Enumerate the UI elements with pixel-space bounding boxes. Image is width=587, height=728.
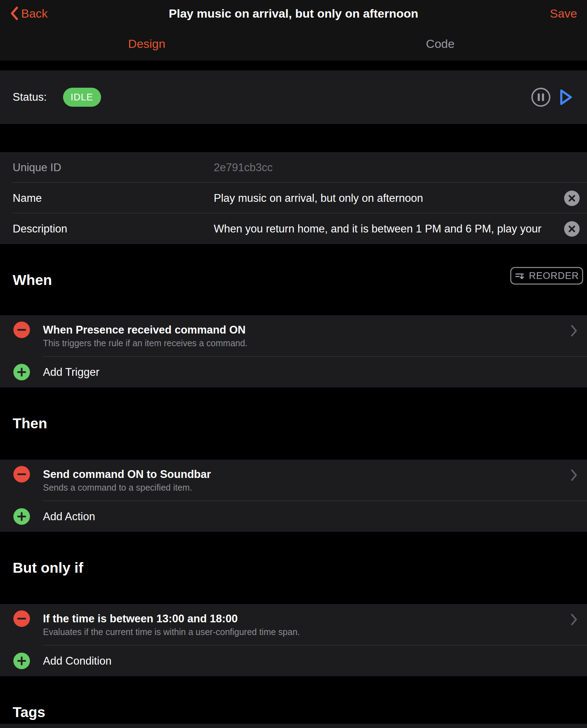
name-label: Name bbox=[13, 192, 42, 205]
but-only-if-heading: But only if bbox=[13, 559, 83, 576]
condition-subtitle: Evaluates if the current time is within … bbox=[43, 626, 300, 638]
tab-design[interactable]: Design bbox=[0, 27, 294, 61]
minus-icon bbox=[17, 329, 26, 331]
rule-editor-screen: Back Play music on arrival, but only on … bbox=[0, 0, 587, 728]
remove-action-button[interactable] bbox=[13, 466, 30, 483]
navbar: Back Play music on arrival, but only on … bbox=[0, 0, 587, 27]
condition-title: If the time is between 13:00 and 18:00 bbox=[43, 612, 238, 626]
tab-bar: Design Code bbox=[0, 27, 587, 61]
status-label: Status: bbox=[13, 91, 47, 104]
then-heading: Then bbox=[13, 415, 47, 432]
play-icon bbox=[557, 87, 574, 107]
unique-id-value: 2e791cb3cc bbox=[214, 152, 587, 183]
x-circle-icon bbox=[568, 194, 576, 202]
tags-section-header: Tags bbox=[0, 676, 587, 724]
chevron-right-icon bbox=[570, 468, 578, 484]
status-card: Status: IDLE bbox=[0, 70, 587, 124]
reorder-label: REORDER bbox=[529, 270, 579, 281]
add-action-label: Add Action bbox=[43, 510, 95, 523]
header: Back Play music on arrival, but only on … bbox=[0, 0, 587, 61]
pause-icon bbox=[531, 87, 551, 107]
reorder-icon bbox=[514, 270, 525, 281]
action-row[interactable]: Send command ON to Soundbar Sends a comm… bbox=[0, 460, 587, 501]
add-trigger-row[interactable]: Add Trigger bbox=[0, 357, 587, 387]
remove-trigger-button[interactable] bbox=[13, 322, 30, 338]
minus-icon bbox=[17, 618, 26, 620]
remove-condition-button[interactable] bbox=[13, 610, 30, 627]
clear-description-button[interactable] bbox=[564, 221, 580, 237]
minus-icon bbox=[17, 473, 26, 475]
trigger-subtitle: This triggers the rule if an item receiv… bbox=[43, 337, 248, 349]
plus-icon bbox=[13, 653, 30, 669]
name-row: Name Play music on arrival, but only on … bbox=[0, 183, 587, 213]
page-title: Play music on arrival, but only on after… bbox=[0, 7, 587, 20]
description-input[interactable]: When you return home, and it is between … bbox=[214, 213, 587, 244]
x-circle-icon bbox=[568, 225, 576, 233]
action-card: Send command ON to Soundbar Sends a comm… bbox=[0, 460, 587, 532]
condition-section-header: But only if bbox=[0, 532, 587, 604]
save-button[interactable]: Save bbox=[550, 7, 577, 20]
action-title: Send command ON to Soundbar bbox=[43, 467, 211, 481]
plus-icon bbox=[13, 508, 30, 525]
tags-heading: Tags bbox=[13, 704, 45, 721]
name-input[interactable]: Play music on arrival, but only on after… bbox=[214, 183, 587, 213]
run-button[interactable] bbox=[557, 87, 574, 107]
back-button[interactable]: Back bbox=[10, 6, 48, 20]
when-heading: When bbox=[13, 272, 52, 288]
add-condition-label: Add Condition bbox=[43, 655, 112, 667]
back-label: Back bbox=[21, 7, 48, 20]
trigger-title: When Presence received command ON bbox=[43, 323, 245, 337]
when-section-header: When REORDER bbox=[0, 244, 587, 315]
chevron-left-icon bbox=[10, 6, 19, 20]
add-condition-row[interactable]: Add Condition bbox=[0, 646, 587, 676]
description-row: Description When you return home, and it… bbox=[0, 213, 587, 244]
plus-icon bbox=[13, 364, 30, 380]
unique-id-label: Unique ID bbox=[13, 161, 61, 174]
reorder-button[interactable]: REORDER bbox=[510, 267, 583, 285]
pause-button[interactable] bbox=[531, 87, 551, 107]
status-controls bbox=[531, 87, 574, 107]
status-badge: IDLE bbox=[63, 88, 101, 107]
rule-details-card: Unique ID 2e791cb3cc Name Play music on … bbox=[0, 152, 587, 244]
spacer bbox=[0, 124, 587, 152]
add-action-row[interactable]: Add Action bbox=[0, 501, 587, 532]
spacer bbox=[0, 61, 587, 70]
add-trigger-label: Add Trigger bbox=[43, 366, 99, 379]
trigger-card: When Presence received command ON This t… bbox=[0, 315, 587, 387]
trigger-row[interactable]: When Presence received command ON This t… bbox=[0, 315, 587, 357]
tab-code[interactable]: Code bbox=[294, 27, 587, 61]
action-subtitle: Sends a command to a specified item. bbox=[43, 481, 192, 493]
condition-row[interactable]: If the time is between 13:00 and 18:00 E… bbox=[0, 604, 587, 646]
clear-name-button[interactable] bbox=[564, 191, 580, 206]
then-section-header: Then bbox=[0, 387, 587, 460]
chevron-right-icon bbox=[570, 324, 578, 339]
condition-card: If the time is between 13:00 and 18:00 E… bbox=[0, 604, 587, 676]
tags-card-partial bbox=[0, 724, 587, 728]
unique-id-row: Unique ID 2e791cb3cc bbox=[0, 152, 587, 183]
description-label: Description bbox=[13, 223, 67, 235]
chevron-right-icon bbox=[570, 612, 578, 628]
